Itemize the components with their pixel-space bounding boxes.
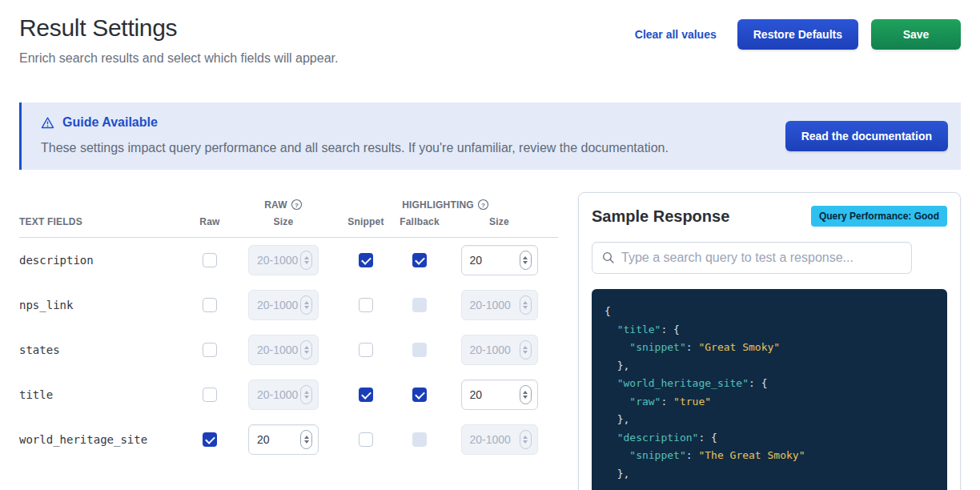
highlight-size-value[interactable] bbox=[470, 343, 520, 356]
sample-query-input[interactable] bbox=[621, 251, 902, 265]
save-button[interactable]: Save bbox=[871, 19, 961, 50]
snippet-checkbox[interactable] bbox=[359, 253, 373, 267]
highlighting-group-header: HIGHLIGHTING ? bbox=[333, 199, 558, 211]
field-name: world_heritage_site bbox=[19, 433, 186, 446]
sample-response-title: Sample Response bbox=[592, 207, 729, 226]
field-name: states bbox=[19, 343, 186, 356]
fields-table-body: description nps_link states title world_… bbox=[19, 238, 558, 462]
highlight-size-input bbox=[461, 380, 538, 410]
clear-all-values-link[interactable]: Clear all values bbox=[635, 28, 717, 41]
page-title: Result Settings bbox=[19, 13, 338, 43]
highlight-size-value[interactable] bbox=[470, 433, 520, 446]
col-raw-size: Size bbox=[274, 216, 294, 227]
raw-size-value[interactable] bbox=[257, 299, 300, 311]
snippet-checkbox[interactable] bbox=[359, 298, 373, 312]
result-settings-page: Result Settings Enrich search results an… bbox=[0, 0, 980, 490]
search-icon bbox=[602, 251, 615, 264]
raw-size-value[interactable] bbox=[257, 343, 300, 356]
highlight-size-value[interactable] bbox=[470, 299, 520, 311]
table-column-headers: TEXT FIELDS Raw Size Snippet Fallback Si… bbox=[19, 216, 558, 238]
col-text-fields: TEXT FIELDS bbox=[19, 216, 186, 227]
highlight-size-input bbox=[461, 245, 538, 275]
table-row: title bbox=[19, 372, 558, 417]
main-content: RAW ? HIGHLIGHTING ? TEXT FIELDS Raw bbox=[19, 192, 961, 490]
page-subtitle: Enrich search results and select which f… bbox=[19, 50, 338, 67]
restore-defaults-button[interactable]: Restore Defaults bbox=[737, 19, 858, 50]
raw-size-value[interactable] bbox=[257, 388, 300, 401]
raw-size-value[interactable] bbox=[257, 433, 300, 446]
field-name: title bbox=[19, 388, 186, 401]
number-stepper[interactable] bbox=[520, 340, 532, 359]
page-header: Result Settings Enrich search results an… bbox=[19, 13, 961, 67]
callout-title-row: Guide Available bbox=[41, 114, 793, 131]
question-circle-icon[interactable]: ? bbox=[477, 199, 489, 211]
highlight-size-input bbox=[461, 424, 538, 455]
raw-group-label: RAW bbox=[264, 199, 287, 211]
raw-size-input bbox=[248, 245, 319, 275]
highlight-size-input bbox=[461, 335, 538, 365]
guide-callout: Guide Available These settings impact qu… bbox=[19, 102, 961, 170]
field-name: description bbox=[19, 254, 186, 267]
svg-text:?: ? bbox=[481, 202, 485, 209]
raw-size-input bbox=[248, 424, 319, 455]
snippet-checkbox[interactable] bbox=[359, 432, 373, 447]
raw-size-input bbox=[248, 335, 319, 365]
sample-response-header: Sample Response Query Performance: Good bbox=[592, 206, 947, 227]
question-circle-icon[interactable]: ? bbox=[291, 199, 303, 211]
number-stepper[interactable] bbox=[300, 295, 312, 315]
fallback-checkbox[interactable] bbox=[412, 298, 427, 312]
sample-query-searchbox bbox=[592, 242, 912, 274]
number-stepper[interactable] bbox=[300, 385, 312, 404]
number-stepper[interactable] bbox=[520, 295, 532, 315]
read-documentation-button[interactable]: Read the documentation bbox=[785, 121, 948, 151]
code-block: { "title": { "snippet": "Great Smoky" },… bbox=[592, 289, 947, 490]
fallback-checkbox[interactable] bbox=[412, 432, 427, 447]
raw-size-input bbox=[248, 380, 319, 410]
query-performance-badge: Query Performance: Good bbox=[811, 206, 947, 227]
col-snippet: Snippet bbox=[347, 216, 384, 227]
raw-size-value[interactable] bbox=[257, 254, 300, 267]
col-fallback: Fallback bbox=[400, 216, 440, 227]
fallback-checkbox[interactable] bbox=[412, 253, 427, 267]
field-name: nps_link bbox=[19, 299, 186, 311]
raw-checkbox[interactable] bbox=[203, 432, 217, 447]
number-stepper[interactable] bbox=[300, 251, 312, 270]
page-title-block: Result Settings Enrich search results an… bbox=[19, 13, 338, 67]
raw-checkbox[interactable] bbox=[203, 343, 217, 357]
highlight-size-input bbox=[461, 290, 538, 320]
sample-response-card: Sample Response Query Performance: Good … bbox=[578, 192, 961, 490]
raw-checkbox[interactable] bbox=[203, 298, 217, 312]
warning-triangle-icon bbox=[41, 116, 54, 130]
raw-checkbox[interactable] bbox=[203, 253, 217, 267]
raw-size-input bbox=[248, 290, 319, 320]
highlight-size-value[interactable] bbox=[470, 254, 520, 267]
number-stepper[interactable] bbox=[520, 251, 532, 270]
raw-group-header: RAW ? bbox=[234, 199, 333, 211]
header-actions: Clear all values Restore Defaults Save bbox=[635, 19, 961, 50]
fallback-checkbox[interactable] bbox=[412, 388, 427, 402]
table-row: world_heritage_site bbox=[19, 417, 558, 462]
snippet-checkbox[interactable] bbox=[359, 343, 373, 357]
table-row: description bbox=[19, 238, 558, 283]
table-row: nps_link bbox=[19, 283, 558, 327]
col-raw: Raw bbox=[199, 216, 219, 227]
table-row: states bbox=[19, 327, 558, 372]
svg-text:?: ? bbox=[295, 202, 299, 209]
number-stepper[interactable] bbox=[300, 430, 312, 449]
number-stepper[interactable] bbox=[520, 385, 532, 404]
highlight-size-value[interactable] bbox=[470, 388, 520, 401]
fields-table: RAW ? HIGHLIGHTING ? TEXT FIELDS Raw bbox=[19, 192, 558, 462]
snippet-checkbox[interactable] bbox=[359, 388, 373, 402]
raw-checkbox[interactable] bbox=[203, 388, 217, 402]
callout-title: Guide Available bbox=[62, 114, 158, 131]
highlighting-group-label: HIGHLIGHTING bbox=[402, 199, 474, 211]
number-stepper[interactable] bbox=[520, 430, 532, 449]
callout-body: These settings impact query performance … bbox=[41, 139, 793, 157]
table-group-headers: RAW ? HIGHLIGHTING ? bbox=[19, 199, 558, 211]
number-stepper[interactable] bbox=[300, 340, 312, 359]
fallback-checkbox[interactable] bbox=[412, 343, 427, 357]
col-highlight-size: Size bbox=[489, 216, 509, 227]
